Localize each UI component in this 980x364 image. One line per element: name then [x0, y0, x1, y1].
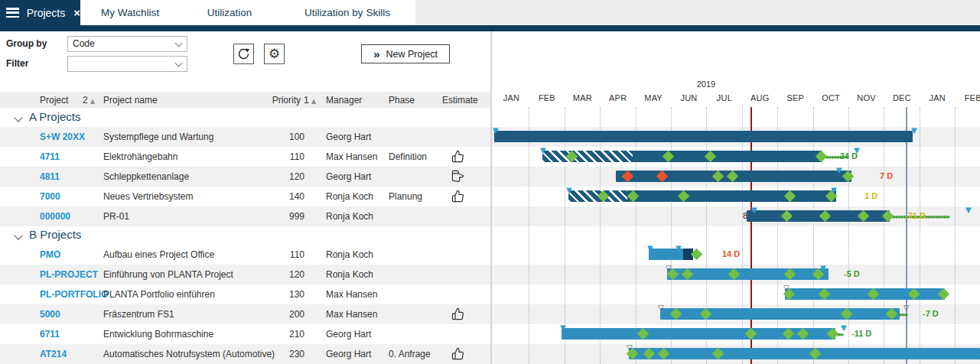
schedule-marker-icon: ▼ — [647, 244, 653, 253]
tab-my-watchlist[interactable]: My Watchlist — [80, 0, 180, 25]
month-label: SEP — [777, 93, 813, 102]
manager-cell: Ronja Koch — [326, 187, 373, 206]
project-link[interactable]: S+W 20XX — [40, 127, 85, 147]
project-name-cell: Systempflege und Wartung — [103, 127, 213, 147]
tab-projects[interactable]: Projects × — [0, 0, 80, 25]
thumb-up-icon[interactable] — [451, 347, 465, 361]
deviation-label: -7 D — [923, 309, 939, 318]
sort-badge-priority[interactable]: 1 ▲ — [304, 95, 316, 106]
manager-cell: Georg Hart — [326, 127, 371, 147]
col-estimate[interactable]: Estimate — [442, 95, 478, 106]
double-chevron-icon: » — [373, 48, 379, 60]
gantt-bar-hatched-section — [542, 151, 633, 162]
project-name-cell: Einführung von PLANTA Project — [103, 265, 233, 284]
col-phase[interactable]: Phase — [389, 95, 415, 106]
sort-asc-icon: ▲ — [90, 98, 95, 105]
refresh-button[interactable] — [233, 44, 254, 64]
gantt-bar[interactable] — [494, 131, 913, 142]
project-link[interactable]: AT214 — [40, 344, 67, 364]
month-label: DEC — [884, 93, 920, 102]
project-link[interactable]: 000000 — [40, 206, 70, 226]
col-project[interactable]: Project — [40, 95, 68, 106]
tab-bar: Projects × My Watchlist Utilization Util… — [0, 0, 980, 25]
project-name-cell: Elektrohängebahn — [103, 147, 177, 167]
project-name-cell: Schleppkettenanlage — [103, 167, 189, 187]
project-link[interactable]: 7000 — [40, 187, 60, 206]
col-project-name[interactable]: Project name — [103, 95, 158, 106]
group-by-select[interactable]: Code — [67, 36, 187, 52]
tabbar-filler — [415, 0, 980, 25]
close-tab-icon[interactable]: × — [73, 7, 80, 18]
schedule-marker-icon: ▽ — [658, 304, 664, 313]
thumb-up-icon[interactable] — [451, 307, 465, 321]
schedule-marker-icon: ▼ — [965, 206, 972, 215]
month-label: JAN — [493, 93, 529, 102]
priority-cell: 120 — [256, 265, 304, 284]
project-link[interactable]: PL-PROJECT — [40, 265, 98, 284]
deviation-label: -11 D — [851, 329, 871, 338]
filter-select[interactable] — [67, 56, 187, 72]
thumb-side-icon[interactable] — [451, 170, 465, 184]
gantt-bar[interactable] — [785, 288, 945, 300]
month-label: JAN — [920, 93, 956, 102]
baseline-line — [906, 107, 907, 364]
priority-cell: 120 — [256, 167, 304, 187]
tab-utilization[interactable]: Utilization — [180, 0, 279, 25]
project-link[interactable]: PL-PORTFOLIO — [40, 284, 108, 304]
month-label: APR — [600, 93, 636, 102]
project-link[interactable]: 6711 — [40, 324, 60, 344]
manager-cell: Ronja Koch — [326, 265, 373, 284]
thumb-up-icon[interactable] — [451, 150, 465, 164]
project-name-cell: Automatisches Notrufsystem (Automotive) — [103, 344, 275, 364]
col-priority[interactable]: Priority — [256, 95, 301, 106]
schedule-marker-icon: ▼ — [831, 186, 837, 195]
project-name-cell: Aufbau eines Project Office — [103, 245, 214, 265]
schedule-marker-icon: ▼ — [841, 323, 847, 333]
tab-utilization-by-skills[interactable]: Utilization by Skills — [279, 0, 415, 25]
month-label: MAY — [636, 93, 672, 102]
priority-cell: 110 — [256, 147, 304, 167]
schedule-marker-icon: ▼ — [566, 186, 572, 195]
sort-badge-project[interactable]: 2 ▲ — [83, 95, 95, 106]
group-by-value: Code — [73, 38, 95, 49]
deviation-label: -71 D — [905, 211, 926, 220]
new-project-button[interactable]: » New Project — [361, 44, 450, 63]
col-manager[interactable]: Manager — [326, 95, 362, 106]
month-label: OCT — [813, 93, 849, 102]
month-label: FEB — [529, 93, 565, 102]
project-link[interactable]: 4711 — [40, 147, 60, 167]
deviation-label: -5 D — [844, 269, 860, 278]
month-gridline — [706, 107, 707, 364]
project-link[interactable]: PMO — [40, 245, 60, 265]
schedule-marker-icon: ▼ — [751, 206, 757, 215]
tab-projects-label: Projects — [27, 7, 66, 19]
project-name-cell: Neues Vertriebsystem — [103, 187, 193, 206]
manager-cell: Georg Hart — [326, 344, 371, 364]
settings-button[interactable]: ⚙ — [264, 44, 285, 64]
project-link[interactable]: 4811 — [40, 167, 60, 187]
month-label: JUN — [671, 93, 707, 102]
manager-cell: Georg Hart — [326, 167, 371, 187]
project-name-cell: PLANTA Portfolio einführen — [103, 284, 215, 304]
today-line — [750, 107, 752, 364]
chevron-down-icon[interactable] — [14, 113, 22, 122]
project-link[interactable]: 5000 — [40, 304, 60, 324]
tab-my-watchlist-label: My Watchlist — [101, 7, 159, 18]
gantt-bar[interactable] — [562, 328, 835, 340]
tab-utilization-by-skills-label: Utilization by Skills — [304, 7, 390, 18]
manager-cell: Max Hansen — [326, 147, 377, 167]
deviation-label: 7 D — [880, 171, 893, 180]
thumb-up-icon[interactable] — [451, 190, 465, 203]
menu-icon[interactable] — [6, 8, 19, 18]
chevron-down-icon[interactable] — [14, 231, 22, 239]
priority-cell: 140 — [256, 187, 304, 206]
gantt-bar[interactable] — [629, 348, 980, 359]
priority-cell: 100 — [256, 127, 304, 147]
gantt-bar[interactable] — [660, 308, 900, 320]
manager-cell: Ronja Koch — [326, 245, 373, 265]
schedule-marker-icon: ▼ — [493, 126, 499, 135]
refresh-icon — [237, 47, 250, 60]
month-gridline — [742, 107, 743, 364]
tab-utilization-label: Utilization — [207, 7, 252, 18]
group-by-label: Group by — [6, 38, 47, 49]
